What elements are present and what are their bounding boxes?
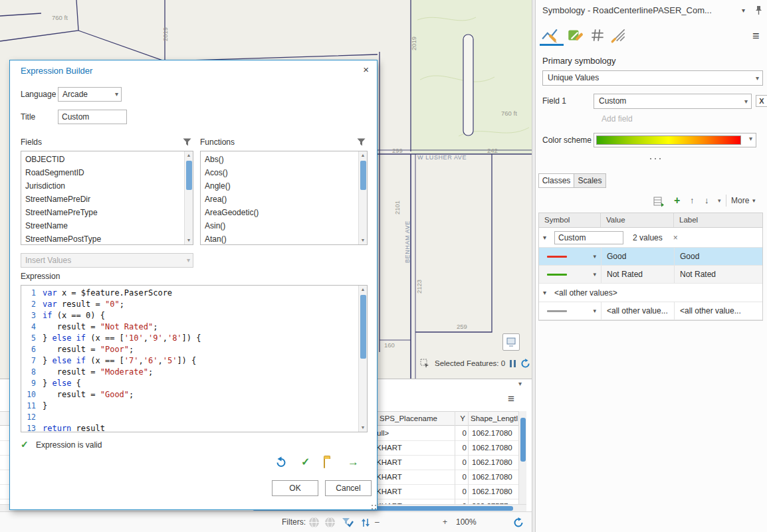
group-row-all-other-values[interactable]: ▾ <all other values> (539, 284, 762, 302)
title-input[interactable] (58, 110, 127, 124)
scroll-down-icon[interactable]: ▼ (359, 236, 367, 244)
field-item[interactable]: StreetNamePreDir (21, 193, 183, 206)
scrollbar-thumb[interactable] (360, 161, 366, 190)
pane-menu-caret-icon[interactable]: ▾ (742, 7, 745, 14)
vary-symbology-tab-icon[interactable] (566, 27, 584, 46)
column-header-y[interactable]: Y (457, 412, 468, 425)
field-item[interactable]: Jurisdiction (21, 179, 183, 193)
symbol-dropdown-icon[interactable]: ▾ (593, 271, 596, 278)
label-cell[interactable]: <all other value... (674, 302, 762, 319)
field-item[interactable]: StreetNamePostType (21, 232, 183, 245)
field-item[interactable]: RoadSegmentID (21, 166, 183, 179)
verify-button[interactable]: ✓ (301, 456, 310, 468)
value-row-not-rated[interactable]: ▾ Not Rated Not Rated (539, 266, 762, 284)
symbol-cell[interactable]: ▾ (539, 248, 601, 265)
fields-list[interactable]: OBJECTIDRoadSegmentIDJurisdictionStreetN… (21, 151, 193, 245)
undo-button[interactable] (274, 456, 287, 471)
fields-scrollbar[interactable]: ▲ ▼ (184, 151, 193, 244)
functions-list[interactable]: Abs()Acos()Angle()Area()AreaGeodetic()As… (200, 151, 368, 245)
functions-filter-icon[interactable] (357, 138, 366, 148)
value-row-good[interactable]: ▾ Good Good (539, 248, 762, 266)
scrollbar-thumb[interactable] (186, 161, 192, 190)
refresh-icon[interactable] (520, 359, 530, 369)
symbol-dropdown-icon[interactable]: ▾ (593, 308, 596, 314)
advanced-symbology-tab-icon[interactable] (610, 27, 627, 46)
field-item[interactable]: StreetName (21, 219, 183, 232)
close-icon[interactable]: × (363, 64, 369, 75)
function-item[interactable]: Asin() (201, 219, 358, 232)
zoom-level[interactable]: 100% (456, 512, 477, 532)
pane-options-menu-icon[interactable]: ≡ (752, 29, 760, 43)
up-down-arrows-icon[interactable] (360, 517, 371, 530)
function-item[interactable]: Area() (201, 193, 358, 206)
code-scrollbar[interactable]: ▲ ▼ (358, 286, 367, 432)
expression-code-editor[interactable]: 12345678910111213 var x = $feature.Paser… (21, 285, 368, 432)
field-item[interactable]: OBJECTID (21, 153, 183, 166)
symbology-type-select[interactable]: Unique Values ▾ (542, 70, 763, 86)
value-row-all-other[interactable]: ▾ <all other value... <all other value..… (539, 302, 762, 320)
globe-icon[interactable] (308, 517, 320, 530)
group-row-custom[interactable]: ▾ Custom 2 values × (539, 228, 762, 248)
chevron-down-icon[interactable]: ▾ (543, 289, 546, 296)
symbol-dropdown-icon[interactable]: ▾ (593, 253, 596, 260)
line-symbol[interactable] (547, 274, 567, 276)
scroll-up-icon[interactable]: ▲ (185, 151, 193, 159)
scroll-up-icon[interactable]: ▲ (359, 151, 367, 159)
functions-scrollbar[interactable]: ▲ ▼ (358, 151, 367, 244)
value-cell[interactable]: Not Rated (601, 266, 674, 283)
function-item[interactable]: Abs() (201, 153, 358, 166)
open-file-button[interactable] (324, 458, 325, 468)
zoom-out-button[interactable]: – (375, 512, 380, 532)
add-all-values-button[interactable] (653, 195, 665, 211)
scroll-up-icon[interactable]: ▲ (359, 286, 367, 294)
more-arrows-caret-icon[interactable]: ▾ (718, 194, 721, 207)
pane-grip-dots[interactable] (650, 158, 651, 159)
chevron-down-icon[interactable]: ▾ (752, 194, 756, 207)
globe-icon[interactable] (324, 517, 336, 530)
pin-icon[interactable] (755, 5, 762, 17)
group-name-box[interactable]: Custom (554, 231, 623, 244)
tab-scales[interactable]: Scales (574, 173, 606, 188)
resize-grip[interactable] (372, 505, 373, 506)
label-cell[interactable]: Good (674, 248, 762, 265)
field1-select[interactable]: Custom ▾ (594, 94, 752, 109)
expression-code[interactable]: var x = $feature.PaserScorevar result = … (43, 288, 358, 432)
function-item[interactable]: Angle() (201, 179, 358, 193)
line-symbol[interactable] (547, 256, 567, 258)
filter-check-icon[interactable] (342, 517, 354, 530)
ok-button[interactable]: OK (272, 480, 318, 496)
fields-filter-icon[interactable] (183, 138, 191, 148)
field-item[interactable]: StreetNamePreType (21, 206, 183, 219)
zoom-in-button[interactable]: + (443, 512, 447, 532)
vertical-scrollbar[interactable] (518, 411, 526, 504)
value-cell[interactable]: Good (601, 248, 674, 265)
export-button[interactable]: → (348, 456, 359, 468)
column-header-shape-length[interactable]: Shape_Lengtl (471, 412, 518, 425)
pause-drawing-button[interactable] (510, 360, 516, 367)
symbol-layer-drawing-tab-icon[interactable] (589, 27, 606, 46)
cancel-button[interactable]: Cancel (325, 480, 372, 496)
scroll-down-icon[interactable]: ▼ (185, 236, 193, 244)
remove-group-icon[interactable]: × (673, 233, 678, 242)
label-cell[interactable]: Not Rated (674, 266, 762, 283)
refresh-icon[interactable] (513, 517, 524, 530)
function-item[interactable]: AreaGeodetic() (201, 206, 358, 219)
column-header-placename[interactable]: SPS_Placename (380, 412, 437, 425)
more-button[interactable]: More (731, 194, 749, 207)
symbol-cell[interactable]: ▾ (539, 302, 601, 319)
scrollbar-thumb[interactable] (360, 295, 366, 359)
add-value-button[interactable]: + (674, 194, 680, 207)
tab-classes[interactable]: Classes (538, 173, 574, 188)
map-navigation-button[interactable] (502, 333, 520, 351)
move-down-button[interactable]: ↓ (705, 194, 709, 207)
collapse-pane-icon[interactable]: ▾ (518, 380, 522, 387)
table-menu-icon[interactable]: ≡ (508, 394, 514, 404)
set-expression-button[interactable]: X (756, 95, 767, 107)
line-symbol[interactable] (547, 310, 567, 312)
move-up-button[interactable]: ↑ (690, 194, 695, 207)
primary-symbology-tab-icon[interactable] (541, 27, 558, 46)
value-cell[interactable]: <all other value... (601, 302, 674, 319)
symbol-cell[interactable]: ▾ (539, 266, 601, 283)
language-select[interactable]: Arcade ▾ (58, 87, 122, 102)
color-scheme-select[interactable]: ▾ (594, 133, 756, 147)
